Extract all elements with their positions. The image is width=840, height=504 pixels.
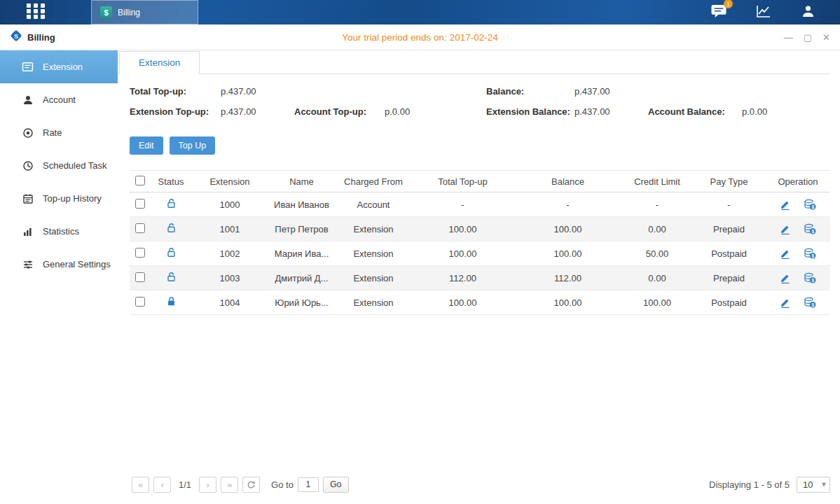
sidebar: Extension Account Rate Scheduled Task bbox=[0, 50, 118, 504]
top-up-button[interactable]: Top Up bbox=[170, 136, 216, 155]
edit-row-icon[interactable] bbox=[780, 297, 791, 308]
row-checkbox[interactable] bbox=[135, 272, 145, 282]
row-checkbox[interactable] bbox=[135, 199, 145, 209]
minimize-button[interactable]: — bbox=[784, 33, 793, 42]
select-all-checkbox[interactable] bbox=[135, 176, 145, 186]
extension-cell: 1004 bbox=[191, 298, 268, 308]
extension-topup-value: р.437.00 bbox=[221, 106, 294, 117]
extension-balance-value: р.437.00 bbox=[574, 106, 648, 117]
sidebar-item-label: Account bbox=[43, 94, 76, 105]
main-panel: Extension Total Top-up: р.437.00 Balance… bbox=[118, 50, 840, 504]
sidebar-item-statistics[interactable]: Statistics bbox=[0, 215, 118, 248]
sidebar-item-rate[interactable]: Rate bbox=[0, 116, 118, 149]
statistics-chart-button[interactable] bbox=[755, 4, 772, 21]
sidebar-item-extension[interactable]: Extension bbox=[0, 50, 118, 83]
edit-button[interactable]: Edit bbox=[130, 136, 163, 155]
user-icon bbox=[800, 4, 816, 21]
apps-grid-button[interactable] bbox=[0, 0, 60, 24]
pay-type-cell: Prepaid bbox=[692, 224, 766, 234]
charged-from-cell: Extension bbox=[335, 224, 412, 234]
sidebar-item-label: Scheduled Task bbox=[43, 160, 107, 171]
total-topup-label: Total Top-up: bbox=[130, 86, 221, 97]
goto-page-input[interactable] bbox=[298, 477, 319, 492]
last-page-button[interactable]: » bbox=[221, 477, 238, 493]
header-charged-from: Charged From bbox=[335, 176, 412, 187]
svg-text:$: $ bbox=[811, 229, 814, 234]
charged-from-cell: Extension bbox=[335, 298, 412, 308]
account-topup-value: р.0.00 bbox=[385, 106, 486, 117]
topup-row-icon[interactable]: $ bbox=[804, 272, 816, 284]
extension-cell: 1003 bbox=[191, 273, 268, 284]
balance-cell: 100.00 bbox=[514, 248, 622, 259]
notifications-button[interactable]: ! bbox=[710, 4, 727, 21]
topup-row-icon[interactable]: $ bbox=[804, 223, 816, 234]
sidebar-item-general-settings[interactable]: General Settings bbox=[0, 248, 118, 281]
edit-row-icon[interactable] bbox=[780, 223, 791, 234]
table-header-row: Status Extension Name Charged From Total… bbox=[130, 170, 830, 192]
apps-grid-icon bbox=[25, 3, 46, 22]
close-button[interactable]: ✕ bbox=[822, 33, 830, 42]
status-lock bbox=[151, 272, 191, 284]
calendar-icon bbox=[22, 192, 34, 204]
person-icon bbox=[22, 94, 34, 106]
prev-page-button[interactable]: ‹ bbox=[153, 477, 171, 493]
maximize-button[interactable]: ▢ bbox=[804, 33, 812, 42]
rate-circle-icon bbox=[22, 127, 34, 139]
window-titlebar: S Billing Your trial period ends on: 201… bbox=[0, 24, 840, 50]
first-page-button[interactable]: « bbox=[132, 477, 149, 493]
row-checkbox[interactable] bbox=[135, 297, 145, 307]
topbar: $ Billing ! bbox=[0, 0, 840, 24]
billing-app-tab[interactable]: $ Billing bbox=[91, 0, 198, 24]
name-cell: Дмитрий Д... bbox=[268, 273, 335, 284]
page-size-select[interactable]: 10 ▼ bbox=[797, 477, 830, 493]
header-name: Name bbox=[268, 176, 335, 187]
pay-type-cell: Prepaid bbox=[692, 273, 766, 284]
sidebar-item-label: Rate bbox=[43, 127, 62, 138]
topbar-right: ! bbox=[710, 0, 840, 24]
locked-icon bbox=[166, 296, 177, 307]
sidebar-item-label: Top-up History bbox=[43, 193, 102, 204]
next-page-button[interactable]: › bbox=[199, 477, 216, 493]
bar-chart-icon bbox=[22, 225, 34, 237]
topup-row-icon[interactable]: $ bbox=[804, 199, 816, 210]
pay-type-cell: Postpaid bbox=[692, 298, 766, 308]
edit-row-icon[interactable] bbox=[780, 199, 791, 210]
tab-extension[interactable]: Extension bbox=[119, 51, 200, 74]
user-account-button[interactable] bbox=[800, 4, 816, 21]
total-topup-cell: 100.00 bbox=[412, 298, 514, 308]
refresh-button[interactable] bbox=[242, 477, 260, 493]
extension-cell: 1002 bbox=[191, 248, 268, 259]
credit-limit-cell: 0.00 bbox=[622, 224, 692, 234]
billing-logo-icon: S bbox=[10, 29, 22, 45]
svg-text:$: $ bbox=[811, 204, 814, 210]
unlocked-icon bbox=[166, 247, 177, 258]
total-topup-cell: 112.00 bbox=[412, 273, 514, 284]
total-topup-cell: 100.00 bbox=[412, 248, 514, 259]
header-balance: Balance bbox=[514, 176, 622, 187]
row-checkbox[interactable] bbox=[135, 248, 145, 258]
row-checkbox[interactable] bbox=[135, 223, 145, 233]
topup-row-icon[interactable]: $ bbox=[804, 248, 816, 259]
sidebar-item-label: General Settings bbox=[43, 259, 111, 270]
header-total-topup: Total Top-up bbox=[412, 176, 514, 187]
topup-row-icon[interactable]: $ bbox=[804, 297, 816, 308]
billing-tab-label: Billing bbox=[118, 8, 140, 18]
extension-cell: 1000 bbox=[191, 200, 268, 210]
extensions-table: Status Extension Name Charged From Total… bbox=[130, 170, 830, 315]
balance-value: р.437.00 bbox=[574, 86, 648, 97]
edit-row-icon[interactable] bbox=[780, 272, 791, 284]
table-row: 1001 Петр Петров Extension 100.00 100.00… bbox=[130, 217, 830, 241]
sidebar-item-scheduled-task[interactable]: Scheduled Task bbox=[0, 149, 118, 182]
edit-row-icon[interactable] bbox=[780, 248, 791, 259]
sidebar-item-topup-history[interactable]: Top-up History bbox=[0, 182, 118, 215]
go-button[interactable]: Go bbox=[323, 477, 349, 493]
billing-dollar-icon: $ bbox=[100, 6, 112, 18]
credit-limit-cell: 100.00 bbox=[622, 298, 692, 308]
pagination-summary: Displaying 1 - 5 of 5 10 ▼ bbox=[709, 477, 830, 493]
credit-limit-cell: 0.00 bbox=[622, 273, 692, 284]
account-balance-label: Account Balance: bbox=[648, 106, 742, 117]
sidebar-item-account[interactable]: Account bbox=[0, 83, 118, 116]
tab-strip: Extension bbox=[118, 50, 830, 74]
line-chart-icon bbox=[755, 4, 772, 21]
unlocked-icon bbox=[166, 198, 177, 209]
